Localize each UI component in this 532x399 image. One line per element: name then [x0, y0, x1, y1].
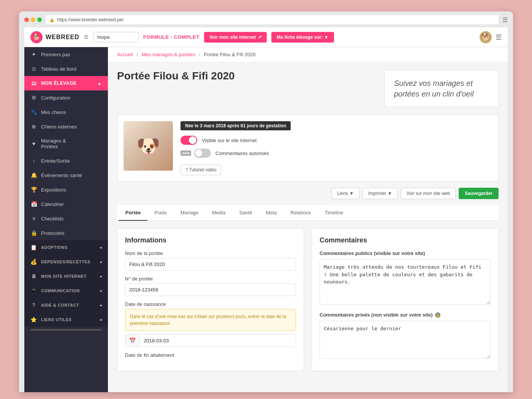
sidebar-item-protocoles[interactable]: 🔒 Protocoles [24, 226, 108, 240]
tab-sante[interactable]: Santé [232, 205, 259, 221]
numero-input[interactable] [125, 283, 296, 296]
sidebar-label-depenses: DÉPENSES/RECETTES [41, 260, 90, 264]
tab-poids[interactable]: Poids [147, 205, 174, 221]
two-col-layout: Informations Nom de la portée N° de port… [117, 228, 499, 371]
toggle-visible-label: Visible sur le site internet [202, 138, 256, 143]
dot-green[interactable] [37, 17, 42, 22]
browser-chrome: 🔒 https://www.breeder.webreed.pet ☰ 🐕 WE… [19, 11, 513, 392]
sidebar-item-aide[interactable]: ? AIDE & CONTACT ◂ [24, 298, 108, 312]
mon-elevage-chevron: ▲ [98, 81, 102, 86]
breadcrumb-home[interactable]: Accueil [117, 52, 133, 57]
litter-details: Née le 3 mars 2018 après 61 jours de ges… [180, 121, 492, 175]
sidebar-label-communication: COMMUNICATION [41, 288, 80, 293]
btn-voir-site[interactable]: Voir mon site internet ↗ [204, 32, 267, 43]
comment-publics-label: Commentaires publics (visible sur votre … [320, 250, 491, 256]
evenements-icon: 🔔 [30, 172, 37, 178]
breed-select[interactable]: Inupa [93, 32, 139, 42]
sidebar-item-premiers-pas[interactable]: ✦ Premiers pas [24, 47, 108, 62]
tab-meta[interactable]: Meta [259, 205, 283, 221]
external-link-icon: ↗ [258, 35, 261, 40]
protocoles-icon: 🔒 [30, 230, 37, 236]
sidebar-item-adoptions[interactable]: 📋 ADOPTIONS ◂ [24, 240, 108, 255]
breadcrumb-current: Portée Filou & Fifi 2020 [204, 52, 256, 57]
sidebar-item-checklists[interactable]: ≡ Checklists [24, 211, 108, 226]
tab-media[interactable]: Media [205, 205, 232, 221]
commentaires-title: Commentaires [320, 236, 491, 244]
nom-input[interactable] [125, 258, 296, 271]
dot-red[interactable] [24, 17, 29, 22]
expositions-icon: 🏆 [30, 187, 37, 193]
toggle-comments[interactable] [194, 149, 211, 158]
sidebar-label-expositions: Expositions [41, 187, 66, 193]
sidebar-label-calendrier: Calendrier [41, 201, 64, 207]
top-hamburger-icon[interactable]: ☰ [496, 33, 502, 41]
configuration-icon: ⚙ [30, 95, 37, 101]
formule-badge: FORMULE : COMPLET [143, 34, 200, 40]
aide-chevron: ◂ [100, 303, 102, 308]
sidebar-item-chiens-externes[interactable]: ⊕ Chiens externes [24, 119, 108, 134]
mon-elevage-icon: 🗂 [30, 80, 37, 86]
born-badge: Née le 3 mars 2018 après 61 jours de ges… [180, 121, 291, 130]
sidebar-item-depenses[interactable]: 💰 DÉPENSES/RECETTES ◂ [24, 255, 108, 269]
dot-yellow[interactable] [31, 17, 35, 22]
navbar-hamburger[interactable]: ☰ [84, 34, 89, 40]
sidebar-label-mariages: Mariages &Portées [41, 138, 66, 149]
btn-imprimer-label: Imprimer ▼ [368, 191, 392, 196]
sidebar-label-premiers-pas: Premiers pas [41, 52, 70, 57]
sidebar-item-evenements[interactable]: 🔔 Évènements santé [24, 168, 108, 182]
sidebar-item-configuration[interactable]: ⚙ Configuration [24, 90, 108, 105]
btn-sauvegarder[interactable]: Sauvegarder [459, 188, 499, 199]
btn-voir-site-label: Voir mon site internet [209, 35, 256, 40]
date-naissance-label: Date de naissance [125, 301, 296, 307]
btn-fiche[interactable]: Ma fiche élevage sur: ▼ [271, 32, 334, 43]
sidebar-scrollbar[interactable] [30, 329, 102, 331]
sidebar-item-tableau[interactable]: ⊙ Tableau de bord [24, 62, 108, 76]
sidebar-item-entree-sortie[interactable]: ↕ Entrée/Sortie [24, 154, 108, 168]
browser-menu-icon[interactable]: ☰ [502, 16, 508, 24]
depenses-icon: 💰 [30, 259, 37, 265]
sidebar-item-liens[interactable]: ⭐ LIENS UTILES ◂ [24, 312, 108, 327]
sidebar-item-site[interactable]: 🖥 MON SITE INTERNET ◂ [24, 269, 108, 283]
date-naissance-input[interactable] [140, 335, 296, 347]
sidebar-item-communication[interactable]: 📱 COMMUNICATION ◂ [24, 283, 108, 298]
sidebar: ✦ Premiers pas ⊙ Tableau de bord 🗂 MON É… [24, 47, 108, 392]
chiens-externes-icon: ⊕ [30, 124, 37, 130]
sidebar-label-adoptions: ADOPTIONS [41, 245, 68, 250]
btn-liens[interactable]: Liens ▼ [331, 188, 359, 199]
url-bar[interactable]: 🔒 https://www.breeder.webreed.pet [46, 15, 499, 24]
url-icon: 🔒 [49, 17, 55, 22]
sidebar-item-calendrier[interactable]: 📅 Calendrier [24, 197, 108, 211]
sidebar-item-mes-chiens[interactable]: 🐾 Mes chiens [24, 105, 108, 119]
comment-publics-textarea[interactable] [320, 259, 491, 305]
communication-icon: 📱 [30, 288, 37, 294]
sidebar-label-protocoles: Protocoles [41, 230, 64, 236]
sidebar-label-aide: AIDE & CONTACT [41, 303, 79, 307]
page-header: Portée Filou & Fifi 2020 Suivez vos mari… [117, 70, 499, 107]
aide-icon: ? [30, 302, 37, 308]
comment-prives-textarea[interactable] [320, 321, 491, 359]
tab-portee[interactable]: Portée [119, 205, 147, 221]
liens-chevron: ◂ [100, 317, 102, 322]
sidebar-label-chiens-externes: Chiens externes [41, 124, 77, 130]
sidebar-item-mon-elevage[interactable]: 🗂 MON ÉLEVAGE ▲ [24, 76, 108, 90]
btn-voir-mon-site[interactable]: Voir sur mon site web [401, 188, 456, 199]
tab-timeline-label: Timeline [325, 210, 343, 215]
sidebar-item-expositions[interactable]: 🏆 Expositions [24, 182, 108, 197]
toggle-visible[interactable]: OUI [180, 136, 197, 145]
btn-tutorial[interactable]: ? Tutoriel vidéo [180, 165, 221, 175]
sidebar-item-mariages[interactable]: ♥ Mariages &Portées [24, 134, 108, 154]
tab-mariage[interactable]: Mariage [174, 205, 205, 221]
form-group-date-naissance: Date de naissance Dans le cas d'une mise… [125, 301, 296, 347]
btn-fiche-label: Ma fiche élevage sur: ▼ [277, 35, 329, 40]
browser-titlebar: 🔒 https://www.breeder.webreed.pet ☰ [24, 15, 508, 27]
page-content: Portée Filou & Fifi 2020 Suivez vos mari… [108, 62, 508, 379]
breadcrumb-section[interactable]: Mes mariages & portées [142, 52, 195, 57]
toggle-comments-label: Commentaires autorisés [215, 150, 269, 156]
breadcrumb-sep1: / [137, 52, 138, 57]
btn-voir-mon-site-label: Voir sur mon site web [407, 191, 450, 196]
tab-relations[interactable]: Relations [283, 205, 318, 221]
toggle-comments-row: NON Commentaires autorisés [180, 149, 492, 158]
btn-imprimer[interactable]: Imprimer ▼ [363, 188, 398, 199]
tab-timeline[interactable]: Timeline [318, 205, 350, 221]
entree-sortie-icon: ↕ [30, 158, 37, 164]
